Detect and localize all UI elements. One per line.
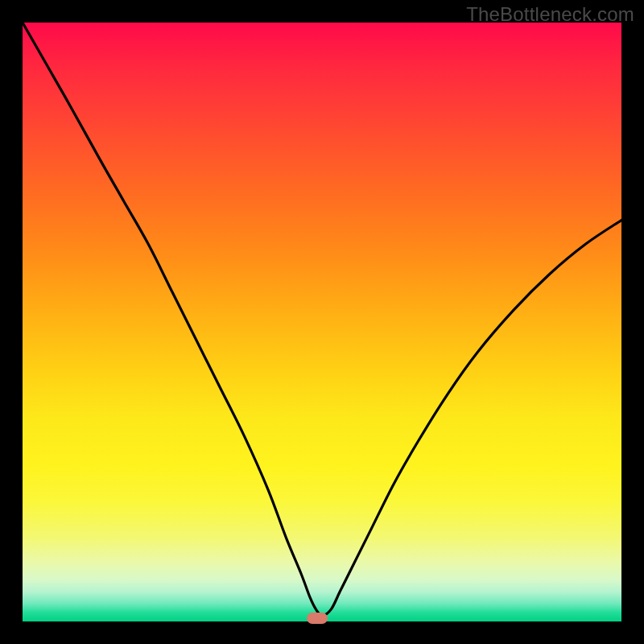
gradient-background [23, 23, 621, 621]
optimal-marker [307, 613, 328, 624]
chart-frame: TheBottleneck.com [0, 0, 644, 644]
watermark-text: TheBottleneck.com [466, 3, 634, 26]
